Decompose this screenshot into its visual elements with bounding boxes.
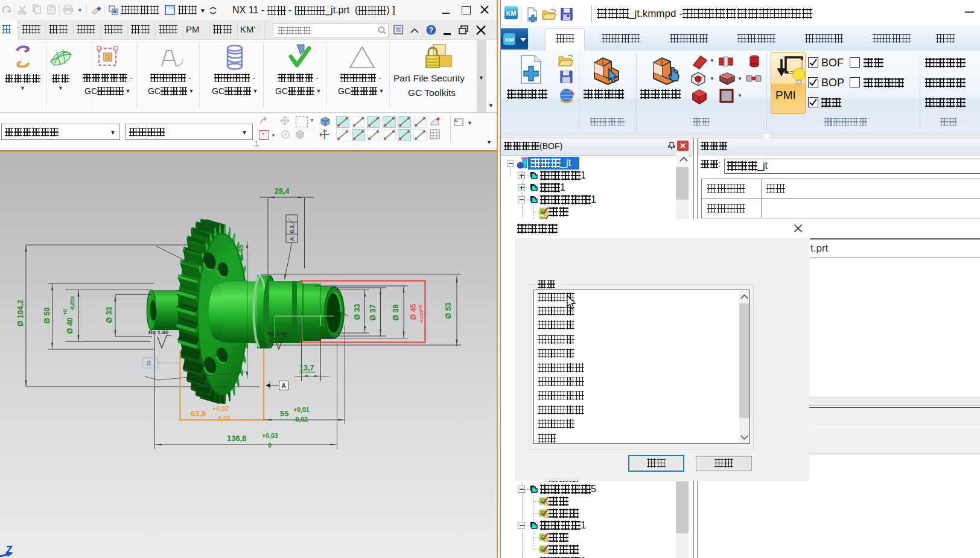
svg-text:+0,02: +0,02 — [212, 405, 229, 412]
svg-text:+0: +0 — [62, 309, 68, 315]
svg-text:0.3: 0.3 — [288, 225, 295, 233]
svg-text:KM: KM — [505, 37, 514, 43]
svg-text:Ø 50: Ø 50 — [43, 307, 51, 323]
svg-text:KM: KM — [506, 10, 517, 17]
svg-text:-0,02: -0,02 — [293, 416, 308, 423]
svg-text:+0: +0 — [418, 305, 423, 311]
svg-text:Ø 104,2: Ø 104,2 — [16, 300, 25, 327]
svg-text:Ø 45: Ø 45 — [237, 244, 245, 261]
svg-text:Ø 33: Ø 33 — [353, 303, 361, 320]
svg-text:A: A — [288, 236, 295, 241]
svg-text:55: 55 — [280, 409, 288, 418]
svg-text:Ra 1.60: Ra 1.60 — [267, 330, 287, 337]
svg-text:Ø 53: Ø 53 — [444, 302, 453, 319]
svg-text:13,7: 13,7 — [299, 364, 314, 372]
svg-text:+0,03: +0,03 — [262, 432, 278, 439]
svg-text:Ø 38: Ø 38 — [392, 304, 400, 320]
svg-text:+0,01: +0,01 — [293, 406, 310, 413]
svg-text:-0,025: -0,025 — [419, 309, 424, 323]
svg-text:136,8: 136,8 — [227, 434, 247, 443]
svg-text:-0,025: -0,025 — [69, 296, 75, 311]
svg-text:Ø 45: Ø 45 — [409, 303, 418, 320]
svg-text:Ø 33: Ø 33 — [105, 306, 113, 323]
svg-text:63,8: 63,8 — [191, 409, 206, 418]
svg-text:-0,03: -0,03 — [216, 415, 231, 422]
svg-text:28,4: 28,4 — [275, 187, 289, 195]
svg-text:Ra 1.60: Ra 1.60 — [148, 329, 168, 335]
svg-text:0: 0 — [268, 442, 272, 449]
svg-text:A: A — [281, 382, 285, 389]
svg-text:Ø 40: Ø 40 — [66, 317, 74, 334]
svg-text:Ø 37: Ø 37 — [369, 304, 377, 320]
svg-text:?: ? — [429, 26, 433, 34]
svg-text:B: B — [147, 360, 151, 367]
